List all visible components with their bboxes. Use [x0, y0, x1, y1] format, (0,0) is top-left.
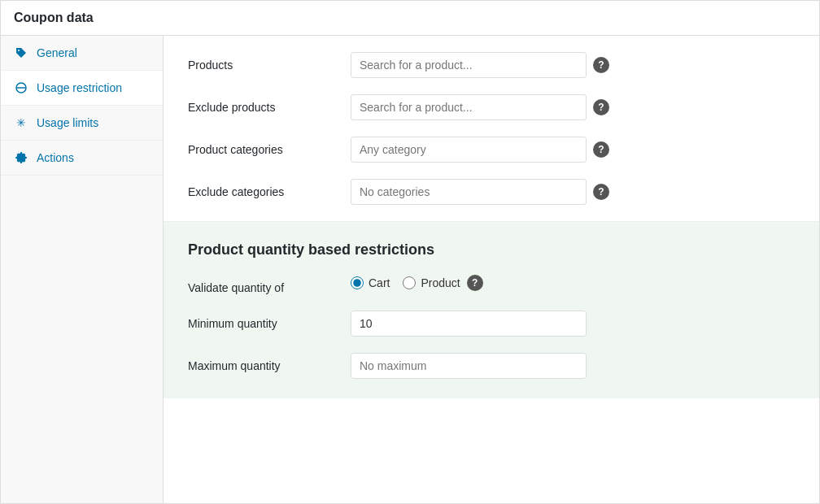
- validate-quantity-label: Validate quantity of: [188, 275, 334, 294]
- exclude-categories-field-row: Exclude categories ?: [188, 179, 795, 205]
- sidebar-item-usage-restriction[interactable]: Usage restriction: [1, 71, 163, 106]
- product-radio-label: Product: [421, 276, 460, 289]
- product-categories-input[interactable]: [351, 137, 587, 163]
- quantity-section-title: Product quantity based restrictions: [188, 241, 795, 259]
- validate-quantity-help-icon[interactable]: ?: [467, 275, 483, 291]
- products-input[interactable]: [351, 52, 587, 78]
- validate-quantity-radio-group: Cart Product: [351, 276, 460, 289]
- panel-body: General Usage restriction ✳: [1, 36, 819, 503]
- validate-quantity-field-row: Validate quantity of Cart Product: [188, 275, 795, 294]
- product-radio[interactable]: [403, 276, 416, 289]
- minimum-quantity-input[interactable]: [351, 311, 587, 337]
- maximum-quantity-input-wrap: [351, 353, 587, 379]
- sidebar-item-actions-label: Actions: [37, 151, 74, 164]
- main-content: Products ? Exclude products ? Pr: [164, 36, 819, 503]
- exclude-categories-label: Exclude categories: [188, 179, 334, 198]
- quantity-restrictions-section: Product quantity based restrictions Vali…: [164, 222, 819, 398]
- svg-text:✳: ✳: [16, 116, 26, 129]
- products-field-row: Products ?: [188, 52, 795, 78]
- maximum-quantity-field-row: Maximum quantity: [188, 353, 795, 379]
- exclude-products-input-wrap: ?: [351, 94, 609, 120]
- product-categories-help-icon[interactable]: ?: [593, 141, 609, 158]
- exclude-products-help-icon[interactable]: ?: [593, 99, 609, 115]
- sidebar-item-actions[interactable]: Actions: [1, 141, 163, 176]
- coupon-data-panel: Coupon data General: [0, 0, 820, 504]
- cart-radio-option[interactable]: Cart: [351, 276, 390, 289]
- maximum-quantity-input[interactable]: [351, 353, 587, 379]
- product-categories-label: Product categories: [188, 137, 334, 156]
- tag-icon: [14, 46, 28, 60]
- maximum-quantity-label: Maximum quantity: [188, 353, 334, 372]
- product-radio-option[interactable]: Product: [403, 276, 460, 289]
- panel-header: Coupon data: [1, 1, 819, 36]
- minimum-quantity-label: Minimum quantity: [188, 311, 334, 330]
- sidebar-item-usage-limits-label: Usage limits: [37, 116, 98, 129]
- products-help-icon[interactable]: ?: [593, 57, 609, 73]
- panel-title: Coupon data: [14, 11, 94, 24]
- exclude-categories-input[interactable]: [351, 179, 587, 205]
- product-categories-input-wrap: ?: [351, 137, 609, 163]
- cart-radio[interactable]: [351, 276, 364, 289]
- sidebar: General Usage restriction ✳: [1, 36, 164, 503]
- block-icon: [14, 80, 28, 95]
- products-input-wrap: ?: [351, 52, 609, 78]
- exclude-products-label: Exclude products: [188, 94, 334, 114]
- minimum-quantity-field-row: Minimum quantity: [188, 311, 795, 337]
- validate-quantity-options-wrap: Cart Product ?: [351, 275, 483, 291]
- exclude-categories-help-icon[interactable]: ?: [593, 184, 609, 200]
- sidebar-item-usage-limits[interactable]: ✳ Usage limits: [1, 106, 163, 141]
- product-categories-field-row: Product categories ?: [188, 137, 795, 163]
- products-label: Products: [188, 52, 334, 72]
- asterisk-icon: ✳: [14, 115, 28, 130]
- minimum-quantity-input-wrap: [351, 311, 587, 337]
- sidebar-item-general-label: General: [37, 46, 77, 59]
- products-section: Products ? Exclude products ? Pr: [164, 36, 819, 222]
- cart-radio-label: Cart: [369, 276, 390, 289]
- gear-icon: [14, 150, 28, 165]
- sidebar-item-general[interactable]: General: [1, 36, 163, 71]
- sidebar-item-usage-restriction-label: Usage restriction: [37, 81, 122, 94]
- exclude-products-field-row: Exclude products ?: [188, 94, 795, 120]
- exclude-categories-input-wrap: ?: [351, 179, 609, 205]
- exclude-products-input[interactable]: [351, 94, 587, 120]
